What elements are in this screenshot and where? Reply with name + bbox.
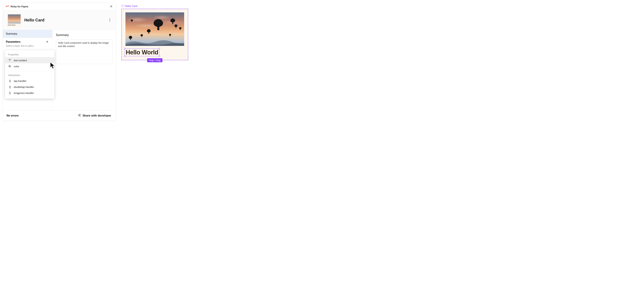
tap-icon — [8, 91, 12, 95]
share-label: Share with developer — [82, 114, 111, 117]
svg-point-2 — [80, 116, 80, 116]
svg-rect-7 — [123, 5, 124, 6]
interaction-option-doubletap[interactable]: doubletap-handler — [5, 84, 54, 90]
svg-rect-4 — [122, 5, 123, 5]
main-content: Summary — [52, 30, 116, 110]
svg-point-0 — [78, 115, 79, 116]
popover-item-label: color — [14, 65, 19, 68]
svg-rect-6 — [122, 5, 122, 6]
plus-icon: + — [46, 40, 48, 44]
property-option-color[interactable]: color — [5, 63, 54, 69]
component-frame-label[interactable]: Hello Card — [122, 5, 188, 8]
component-title: Hello Card — [24, 18, 105, 22]
popover-divider — [5, 71, 54, 71]
svg-point-1 — [80, 114, 80, 115]
plugin-name: Relay for Figma — [10, 5, 28, 8]
tap-icon — [8, 79, 12, 83]
figma-canvas: Hello Card — [122, 5, 188, 60]
component-frame-label-text: Hello Card — [125, 5, 138, 8]
interaction-option-tap[interactable]: tap-handler — [5, 78, 54, 84]
share-icon — [78, 114, 81, 118]
selection-box — [125, 48, 159, 56]
tab-parameters[interactable]: Parameters + — [3, 38, 52, 44]
svg-rect-5 — [122, 6, 123, 7]
tap-icon — [8, 85, 12, 89]
component-header: Hello World Hello Card — [3, 10, 116, 30]
close-button[interactable] — [109, 4, 113, 8]
resize-handle-tr[interactable] — [159, 48, 160, 49]
main-section-title: Summary — [56, 33, 112, 37]
popover-section-properties: Properties — [5, 52, 54, 57]
share-with-developer-button[interactable]: Share with developer — [77, 114, 112, 118]
popover-item-label: doubletap-handler — [14, 86, 34, 88]
popover-item-label: text-content — [14, 59, 27, 62]
component-icon — [122, 5, 124, 8]
autolayout-size-pill: Hug × Hug — [147, 58, 162, 62]
popover-item-label: tap-handler — [14, 80, 26, 82]
svg-point-3 — [10, 67, 11, 67]
component-thumbnail: Hello World — [7, 13, 22, 27]
close-icon — [110, 5, 112, 8]
component-menu-button[interactable] — [108, 18, 112, 22]
parameters-help-text: Select a layer first to add a — [3, 44, 52, 47]
resize-handle-br[interactable] — [159, 56, 160, 57]
interaction-option-longpress[interactable]: longpress-handler — [5, 90, 54, 96]
tab-parameters-label: Parameters — [6, 40, 20, 43]
errors-status: No errors — [6, 114, 18, 117]
resize-handle-bl[interactable] — [124, 56, 126, 57]
title-layer-selected[interactable]: Hello World — [126, 49, 159, 56]
plugin-brand: Relay for Figma — [6, 5, 28, 8]
text-icon — [8, 59, 12, 62]
property-option-text-content[interactable]: text-content — [5, 57, 54, 63]
cursor-icon — [50, 62, 55, 70]
relay-logo-icon — [6, 5, 9, 8]
plugin-footer: No errors Share with developer — [3, 110, 116, 121]
resize-handle-tl[interactable] — [124, 48, 126, 49]
paint-bucket-icon — [8, 65, 12, 68]
plugin-header: Relay for Figma — [3, 3, 116, 10]
thumbnail-image — [8, 14, 21, 24]
hills-silhouette — [126, 37, 184, 46]
tab-summary[interactable]: Summary — [3, 30, 52, 38]
thumbnail-label: Hello World — [8, 24, 21, 26]
summary-textarea[interactable] — [56, 39, 112, 64]
add-parameter-button[interactable]: + — [45, 40, 49, 44]
hello-card-component[interactable]: Hello World Hug × Hug — [122, 9, 188, 60]
popover-section-interactions: Interactions — [5, 73, 54, 78]
popover-item-label: longpress-handler — [14, 92, 34, 94]
add-parameter-popover: Properties text-content color Interactio… — [5, 50, 54, 99]
hero-image — [126, 12, 184, 46]
